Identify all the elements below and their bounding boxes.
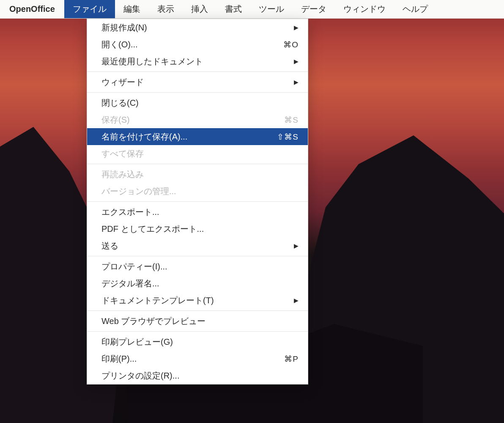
menu-item-shortcut: ⌘P: [284, 354, 299, 364]
file-menu-item[interactable]: 新規作成(N)▶: [87, 19, 308, 36]
menu-item-label: 閉じる(C): [101, 97, 299, 109]
file-menu-item[interactable]: プリンタの設定(R)...: [87, 367, 308, 384]
menu-item-label: バージョンの管理...: [101, 186, 299, 197]
menu-item-label: プリンタの設定(R)...: [101, 370, 299, 382]
menu-4[interactable]: 書式: [216, 0, 250, 18]
menu-item-label: ドキュメントテンプレート(T): [101, 295, 285, 306]
file-menu-item[interactable]: 名前を付けて保存(A)...⇧⌘S: [87, 128, 308, 145]
menu-separator: [87, 164, 308, 164]
menubar: OpenOffice ファイル編集表示挿入書式ツールデータウィンドウヘルプ: [0, 0, 504, 19]
menu-item-label: 保存(S): [101, 114, 276, 126]
menu-separator: [87, 256, 308, 256]
menu-item-label: Web ブラウザでプレビュー: [101, 316, 299, 327]
menu-item-label: エクスポート...: [101, 206, 299, 218]
file-menu-item[interactable]: PDF としてエクスポート...: [87, 220, 308, 237]
file-menu-item: すべて保存: [87, 145, 308, 162]
submenu-arrow-icon: ▶: [294, 297, 299, 304]
app-name: OpenOffice: [0, 0, 64, 18]
menu-item-label: PDF としてエクスポート...: [101, 223, 299, 235]
menu-2[interactable]: 表示: [149, 0, 183, 18]
menu-separator: [87, 71, 308, 72]
menu-item-shortcut: ⇧⌘S: [277, 132, 299, 142]
file-menu-item[interactable]: デジタル署名...: [87, 275, 308, 292]
file-menu-item[interactable]: 送る▶: [87, 237, 308, 254]
submenu-arrow-icon: ▶: [294, 242, 299, 249]
menu-3[interactable]: 挿入: [183, 0, 216, 18]
file-menu-item[interactable]: 印刷(P)...⌘P: [87, 350, 308, 367]
file-menu-item[interactable]: Web ブラウザでプレビュー: [87, 313, 308, 330]
menu-item-label: 新規作成(N): [101, 22, 285, 33]
menu-item-shortcut: ⌘O: [283, 40, 299, 49]
file-menu-dropdown: 新規作成(N)▶開く(O)...⌘O最近使用したドキュメント▶ウィザード▶閉じる…: [87, 19, 308, 385]
menu-item-label: すべて保存: [101, 148, 299, 159]
menu-item-label: ウィザード: [101, 77, 285, 88]
file-menu-item[interactable]: 閉じる(C): [87, 94, 308, 111]
menu-separator: [87, 92, 308, 93]
menu-item-label: 名前を付けて保存(A)...: [101, 131, 268, 143]
file-menu-item[interactable]: ウィザード▶: [87, 74, 308, 91]
file-menu-item: バージョンの管理...: [87, 183, 308, 200]
menu-6[interactable]: データ: [293, 0, 335, 18]
file-menu-item[interactable]: ドキュメントテンプレート(T)▶: [87, 292, 308, 309]
file-menu-item: 再読み込み: [87, 166, 308, 183]
submenu-arrow-icon: ▶: [294, 24, 299, 31]
menu-item-label: 印刷(P)...: [101, 353, 276, 365]
menu-8[interactable]: ヘルプ: [394, 0, 436, 18]
menu-5[interactable]: ツール: [250, 0, 293, 18]
menu-item-shortcut: ⌘S: [284, 115, 299, 125]
file-menu-item: 保存(S)⌘S: [87, 111, 308, 128]
file-menu-item[interactable]: 開く(O)...⌘O: [87, 36, 308, 53]
file-menu-item[interactable]: 最近使用したドキュメント▶: [87, 53, 308, 70]
menu-item-label: 送る: [101, 240, 285, 252]
menu-item-label: 印刷プレビュー(G): [101, 336, 299, 348]
menu-item-label: 最近使用したドキュメント: [101, 56, 285, 67]
menu-item-label: 開く(O)...: [101, 39, 275, 50]
menu-item-label: プロパティー(I)...: [101, 261, 299, 272]
menu-1[interactable]: 編集: [115, 0, 149, 18]
submenu-arrow-icon: ▶: [294, 58, 299, 65]
menu-item-label: 再読み込み: [101, 169, 299, 180]
file-menu-item[interactable]: エクスポート...: [87, 203, 308, 220]
menu-separator: [87, 331, 308, 332]
menu-separator: [87, 310, 308, 311]
menu-separator: [87, 201, 308, 202]
menu-7[interactable]: ウィンドウ: [335, 0, 394, 18]
submenu-arrow-icon: ▶: [294, 79, 299, 85]
menu-0[interactable]: ファイル: [64, 0, 115, 18]
file-menu-item[interactable]: プロパティー(I)...: [87, 258, 308, 275]
menu-item-label: デジタル署名...: [101, 278, 299, 289]
file-menu-item[interactable]: 印刷プレビュー(G): [87, 333, 308, 350]
